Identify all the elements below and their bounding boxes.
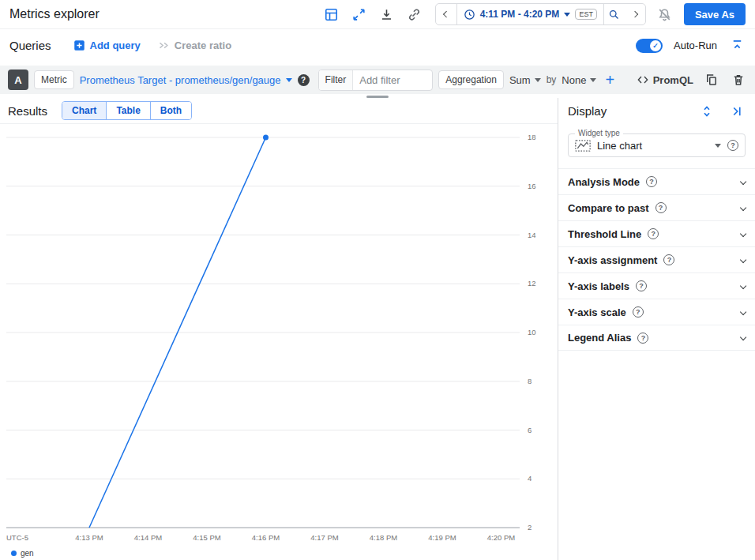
- help-icon[interactable]: ?: [636, 280, 647, 291]
- svg-text:2: 2: [528, 523, 532, 532]
- svg-text:4:13 PM: 4:13 PM: [75, 533, 103, 542]
- help-icon[interactable]: ?: [655, 202, 667, 213]
- help-glyph: ?: [636, 308, 640, 316]
- group-by-select[interactable]: None: [562, 74, 596, 86]
- header-actions: 4:11 PM - 4:20 PM EST Save As: [323, 3, 746, 25]
- collapse-queries-icon[interactable]: [728, 37, 746, 54]
- tab-both[interactable]: Both: [150, 102, 191, 119]
- time-back-button[interactable]: [436, 4, 456, 24]
- time-zoom-button[interactable]: [604, 4, 625, 24]
- save-as-button[interactable]: Save As: [684, 3, 746, 25]
- svg-text:10: 10: [528, 328, 536, 336]
- chevron-down-icon: [740, 309, 747, 316]
- tab-table[interactable]: Table: [106, 102, 149, 119]
- promql-button[interactable]: PromQL: [637, 73, 693, 86]
- svg-text:4:17 PM: 4:17 PM: [310, 533, 338, 542]
- group-by-value: None: [562, 74, 586, 86]
- svg-text:6: 6: [528, 426, 532, 434]
- display-sections: Analysis Mode ? Compare to past ? Thresh…: [558, 168, 755, 351]
- query-builder-actions: PromQL: [637, 71, 747, 88]
- filter-control: Filter: [318, 70, 434, 91]
- help-glyph: ?: [639, 282, 644, 290]
- time-forward-button[interactable]: [625, 4, 645, 24]
- add-aggregation-button[interactable]: +: [605, 72, 614, 88]
- display-title: Display: [568, 104, 607, 118]
- display-panel: Display Widget type Line chart ? Analysi…: [558, 98, 755, 560]
- auto-run-label: Auto-Run: [674, 39, 717, 51]
- copy-icon[interactable]: [703, 71, 720, 88]
- timezone-badge: EST: [575, 9, 597, 20]
- svg-text:14: 14: [528, 231, 536, 239]
- help-icon[interactable]: ?: [663, 254, 674, 265]
- display-section-analysis-mode[interactable]: Analysis Mode ?: [558, 168, 755, 194]
- auto-run-toggle[interactable]: ✓: [636, 39, 663, 53]
- svg-text:4:18 PM: 4:18 PM: [370, 533, 397, 542]
- metric-chip: Metric: [34, 70, 74, 89]
- help-icon[interactable]: ?: [648, 228, 659, 239]
- filter-input[interactable]: [353, 74, 432, 86]
- time-range-button[interactable]: 4:11 PM - 4:20 PM EST: [456, 4, 604, 24]
- svg-text:8: 8: [528, 377, 532, 385]
- widget-type-label: Widget type: [575, 129, 623, 137]
- expand-icon[interactable]: [351, 6, 368, 23]
- help-icon[interactable]: ?: [633, 306, 644, 318]
- section-label: Y-axis labels: [568, 280, 629, 292]
- display-section-threshold-line[interactable]: Threshold Line ?: [558, 220, 755, 246]
- queries-bar-right: ✓ Auto-Run: [636, 37, 746, 54]
- results-view-switch: Chart Table Both: [62, 101, 192, 120]
- display-section-y-axis-scale[interactable]: Y-axis scale ?: [558, 299, 755, 325]
- chevron-down-icon: [740, 283, 747, 290]
- collapse-panel-icon[interactable]: [728, 103, 746, 120]
- display-section-legend-alias[interactable]: Legend Alias ?: [558, 325, 755, 351]
- display-panel-header: Display: [558, 98, 755, 124]
- display-section-compare-to-past[interactable]: Compare to past ?: [558, 194, 755, 220]
- section-label: Analysis Mode: [568, 176, 640, 188]
- help-icon[interactable]: ?: [727, 140, 738, 151]
- legend-dot: [11, 551, 17, 556]
- tab-chart[interactable]: Chart: [62, 102, 106, 119]
- filter-chip: Filter: [319, 70, 354, 90]
- add-query-button[interactable]: Add query: [73, 39, 141, 51]
- create-ratio-button[interactable]: Create ratio: [158, 39, 231, 51]
- delete-icon[interactable]: [730, 71, 747, 88]
- section-label: Y-axis scale: [568, 306, 626, 318]
- section-label: Legend Alias: [568, 332, 631, 344]
- chevron-down-icon: [740, 257, 747, 264]
- add-box-icon: [73, 39, 85, 51]
- chart-area: 246810121416184:13 PM4:14 PM4:15 PM4:16 …: [0, 124, 558, 560]
- link-icon[interactable]: [406, 6, 423, 23]
- unfold-sections-icon[interactable]: [698, 103, 716, 120]
- main-area: Results Chart Table Both 246810121416184…: [0, 98, 755, 560]
- time-range-value: 4:11 PM - 4:20 PM: [480, 9, 560, 20]
- clock-icon: [464, 9, 475, 21]
- notifications-off-icon[interactable]: [656, 6, 674, 23]
- add-query-label: Add query: [90, 39, 141, 51]
- section-label: Y-axis assignment: [568, 254, 657, 266]
- queries-title: Queries: [9, 39, 51, 52]
- display-section-y-axis-labels[interactable]: Y-axis labels ?: [558, 272, 755, 299]
- code-icon: [637, 73, 649, 86]
- help-icon[interactable]: ?: [298, 74, 310, 86]
- svg-text:12: 12: [528, 279, 536, 288]
- metric-select[interactable]: Prometheus Target - prometheus/gen/gauge: [80, 74, 292, 86]
- legend-item[interactable]: gen: [11, 549, 34, 558]
- create-ratio-icon: [158, 39, 170, 51]
- chevron-down-icon: [740, 334, 747, 341]
- chevron-down-icon: [590, 78, 596, 82]
- help-icon[interactable]: ?: [637, 333, 648, 344]
- header: Metrics explorer 4:11 PM - 4:20 PM EST: [0, 0, 755, 29]
- svg-text:4:16 PM: 4:16 PM: [252, 533, 280, 542]
- aggregation-select[interactable]: Sum: [509, 74, 541, 86]
- display-section-y-axis-assignment[interactable]: Y-axis assignment ?: [558, 246, 755, 272]
- help-glyph: ?: [301, 76, 306, 85]
- results-title: Results: [8, 104, 47, 118]
- widget-type-select[interactable]: Widget type Line chart ?: [568, 133, 746, 157]
- download-icon[interactable]: [378, 6, 396, 23]
- add-to-dashboard-icon[interactable]: [323, 6, 340, 23]
- help-icon[interactable]: ?: [646, 176, 657, 187]
- chevron-down-icon: [740, 231, 747, 238]
- chevron-down-icon: [740, 179, 747, 186]
- search-icon: [608, 9, 620, 21]
- line-chart: 246810121416184:13 PM4:14 PM4:15 PM4:16 …: [0, 124, 558, 547]
- aggregation-chip: Aggregation: [438, 70, 504, 89]
